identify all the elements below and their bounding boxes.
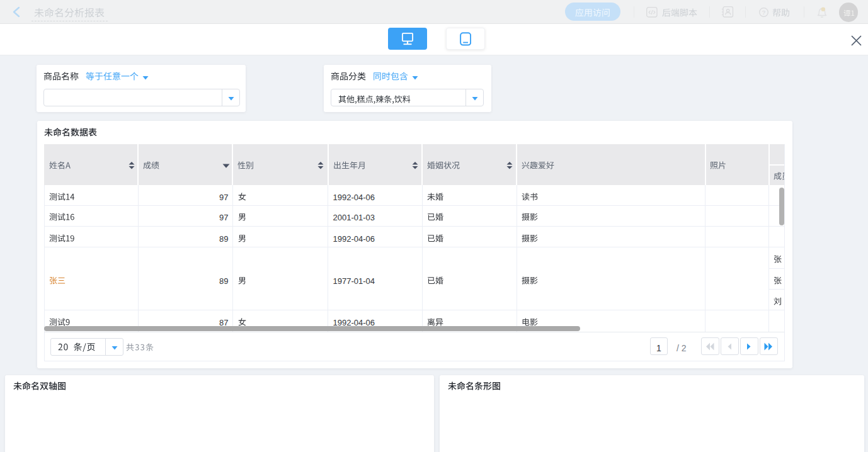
svg-text:?: ? — [762, 9, 765, 16]
